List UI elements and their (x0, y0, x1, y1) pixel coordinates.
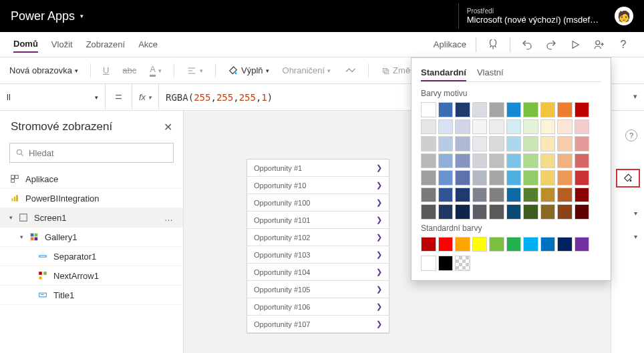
color-swatch[interactable] (540, 119, 556, 135)
color-swatch[interactable] (540, 204, 556, 220)
color-swatch[interactable] (506, 204, 522, 220)
color-swatch[interactable] (575, 153, 590, 169)
color-swatch[interactable] (455, 170, 470, 186)
color-swatch[interactable] (506, 170, 522, 186)
formula-expand-icon[interactable]: ▾ (633, 92, 637, 101)
color-swatch[interactable] (557, 237, 573, 252)
color-swatch[interactable] (472, 237, 488, 252)
color-swatch[interactable] (455, 119, 470, 135)
color-swatch[interactable] (489, 153, 504, 169)
color-swatch[interactable] (557, 188, 573, 203)
tab-view[interactable]: Zobrazení (86, 37, 126, 52)
color-swatch[interactable] (438, 136, 454, 151)
border-button[interactable]: Ohraničení ▾ (279, 63, 335, 78)
color-swatch[interactable] (489, 136, 504, 151)
color-swatch[interactable] (540, 136, 556, 151)
color-swatch[interactable] (472, 170, 488, 186)
color-swatch[interactable] (421, 136, 436, 151)
color-swatch[interactable] (472, 119, 488, 135)
chevron-down-icon[interactable]: ▾ (20, 234, 23, 240)
color-swatch[interactable] (472, 153, 488, 169)
color-swatch[interactable] (506, 237, 522, 252)
color-swatch[interactable] (472, 102, 488, 117)
color-swatch[interactable] (438, 119, 454, 135)
color-swatch[interactable] (557, 153, 573, 169)
color-swatch[interactable] (540, 237, 556, 252)
help-icon[interactable]: ? (616, 37, 631, 52)
tree-item-screen[interactable]: ▾ Screen1 … (0, 208, 183, 228)
tree-item-pbi[interactable]: PowerBIIntegration (0, 189, 183, 208)
color-swatch[interactable] (523, 102, 538, 117)
strikethrough-button[interactable]: abc (118, 63, 140, 78)
gallery-preview[interactable]: Opportunity #1❯Opportunity #10❯Opportuni… (247, 159, 389, 334)
list-item[interactable]: Opportunity #103❯ (247, 246, 389, 264)
fill-color-button[interactable] (616, 169, 640, 188)
color-swatch[interactable] (489, 170, 504, 186)
color-swatch[interactable] (472, 188, 488, 203)
tree-item-nextarrow[interactable]: NextArrow1 (0, 266, 183, 286)
tree-item-separator[interactable]: Separator1 (0, 247, 183, 266)
color-swatch[interactable] (421, 188, 436, 203)
list-item[interactable]: Opportunity #102❯ (247, 229, 389, 246)
color-swatch[interactable] (506, 119, 522, 135)
color-swatch[interactable] (557, 170, 573, 186)
app-title[interactable]: Power Apps ▾ (11, 9, 84, 23)
color-swatch[interactable] (421, 119, 436, 135)
color-swatch[interactable] (540, 170, 556, 186)
color-swatch[interactable] (523, 237, 538, 252)
list-item[interactable]: Opportunity #10❯ (247, 177, 389, 194)
list-item[interactable]: Opportunity #104❯ (247, 264, 389, 281)
color-swatch[interactable] (540, 188, 556, 203)
color-swatch[interactable] (540, 102, 556, 117)
color-swatch-transparent[interactable] (455, 256, 470, 271)
color-swatch[interactable] (575, 102, 590, 117)
color-swatch[interactable] (455, 153, 470, 169)
fill-button[interactable]: Výplň ▾ (224, 63, 273, 79)
play-icon[interactable] (568, 37, 583, 52)
color-swatch[interactable] (506, 153, 522, 169)
color-swatch[interactable] (523, 136, 538, 151)
tree-item-title[interactable]: Title1 (0, 286, 183, 305)
color-swatch[interactable] (575, 237, 590, 252)
color-tab-custom[interactable]: Vlastní (477, 65, 504, 81)
color-swatch[interactable] (523, 204, 538, 220)
color-swatch[interactable] (557, 136, 573, 151)
color-swatch[interactable] (421, 204, 436, 220)
color-swatch[interactable] (506, 188, 522, 203)
color-swatch[interactable] (523, 153, 538, 169)
list-item[interactable]: Opportunity #106❯ (247, 298, 389, 316)
list-item[interactable]: Opportunity #101❯ (247, 212, 389, 229)
color-swatch[interactable] (438, 204, 454, 220)
list-item[interactable]: Opportunity #105❯ (247, 281, 389, 298)
help-circle-icon[interactable]: ? (625, 129, 637, 141)
color-swatch[interactable] (455, 188, 470, 203)
color-swatch[interactable] (557, 102, 573, 117)
close-icon[interactable]: ✕ (164, 121, 172, 133)
color-swatch[interactable] (575, 204, 590, 220)
avatar[interactable]: 🧑 (615, 7, 633, 25)
color-swatch[interactable] (438, 256, 454, 271)
color-swatch[interactable] (506, 102, 522, 117)
color-swatch[interactable] (489, 204, 504, 220)
color-swatch[interactable] (438, 170, 454, 186)
color-swatch[interactable] (438, 102, 454, 117)
color-swatch[interactable] (557, 204, 573, 220)
color-swatch[interactable] (523, 170, 538, 186)
color-swatch[interactable] (540, 153, 556, 169)
color-swatch[interactable] (489, 188, 504, 203)
color-swatch[interactable] (523, 119, 538, 135)
color-swatch[interactable] (421, 256, 436, 271)
more-icon[interactable]: … (164, 213, 174, 223)
border-style-button[interactable] (340, 65, 360, 77)
color-swatch[interactable] (421, 237, 436, 252)
tree-item-gallery[interactable]: ▾ Gallery1 (0, 228, 183, 247)
color-swatch[interactable] (575, 136, 590, 151)
color-swatch[interactable] (575, 170, 590, 186)
color-swatch[interactable] (506, 136, 522, 151)
align-button[interactable]: ▾ (182, 63, 207, 79)
color-swatch[interactable] (523, 188, 538, 203)
color-swatch[interactable] (421, 153, 436, 169)
tree-item-app[interactable]: Aplikace (0, 169, 183, 189)
font-color-button[interactable]: A▾ (146, 61, 166, 79)
tab-insert[interactable]: Vložit (51, 37, 73, 52)
